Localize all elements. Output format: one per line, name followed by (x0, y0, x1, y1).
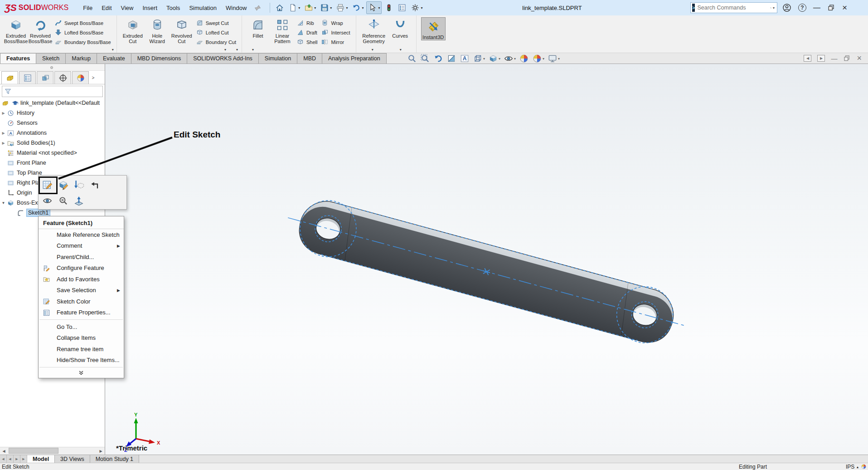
fillet-button[interactable]: Fillet (246, 16, 270, 39)
search-icon[interactable] (770, 4, 772, 12)
extruded-cut-button[interactable]: Extruded Cut (121, 16, 145, 44)
select-button[interactable]: ▾ (366, 1, 382, 14)
rebuild-button[interactable] (383, 2, 395, 14)
chevron-down-icon[interactable]: ▾ (330, 6, 332, 10)
close-icon[interactable]: × (842, 3, 847, 13)
account-icon[interactable] (782, 3, 791, 12)
propertymanager-tab[interactable] (19, 71, 36, 84)
menu-window[interactable]: Window (221, 3, 251, 13)
status-units[interactable]: IPS (846, 464, 854, 470)
expand-arrow-icon[interactable]: ▶ (0, 141, 7, 145)
options-list-button[interactable] (396, 2, 408, 14)
chevron-down-icon[interactable]: ▾ (514, 57, 516, 61)
tab-mbd-dimensions[interactable]: MBD Dimensions (131, 53, 188, 64)
tab-simulation[interactable]: Simulation (258, 53, 297, 64)
boundary-boss-base-button[interactable]: Boundary Boss/Base (53, 37, 113, 47)
restore-document-icon[interactable] (843, 54, 851, 62)
tab-evaluate[interactable]: Evaluate (97, 53, 131, 64)
wrap-button[interactable]: Wrap (319, 18, 352, 28)
tab-solidworks-add-ins[interactable]: SOLIDWORKS Add-Ins (187, 53, 259, 64)
hide-button[interactable] (41, 195, 53, 207)
rollback-button[interactable] (89, 179, 101, 191)
menu-item-feature-properties[interactable]: Feature Properties... (39, 307, 124, 318)
tree-item-history[interactable]: ▶ History (0, 108, 105, 118)
settings-button[interactable]: ▾ (409, 2, 424, 14)
chevron-down-icon[interactable]: ▾ (543, 57, 544, 61)
menu-item-collapse-items[interactable]: Collapse Items (39, 333, 124, 344)
dimxpertmanager-tab[interactable] (54, 71, 71, 84)
tree-item-material[interactable]: Material <not specified> (0, 148, 105, 158)
revolved-boss-base-button[interactable]: Revolved Boss/Base (28, 16, 53, 44)
normal-to-button[interactable] (73, 195, 85, 207)
menu-item-hide-show-tree-items[interactable]: Hide/Show Tree Items... (39, 355, 124, 366)
reference-geometry-button[interactable]: Reference Geometry (360, 16, 388, 44)
selected-tree-label[interactable]: Sketch1 (27, 209, 50, 216)
pin-menu-icon[interactable] (254, 4, 262, 12)
revolved-cut-button[interactable]: Revolved Cut (170, 16, 194, 44)
chevron-down-icon[interactable]: ▾ (483, 57, 485, 61)
menu-tools[interactable]: Tools (162, 3, 184, 13)
chevron-down-icon[interactable]: ▾ (314, 6, 316, 10)
tree-item-annotations[interactable]: ▶ Annotations (0, 128, 105, 138)
chevron-down-icon[interactable]: ▾ (400, 48, 402, 52)
dynamic-annotation-views-icon[interactable] (460, 54, 470, 64)
tree-filter-box[interactable] (2, 86, 103, 97)
edit-feature-button[interactable] (57, 179, 69, 191)
extruded-boss-base-button[interactable]: Extruded Boss/Base (4, 16, 28, 44)
tree-item-front-plane[interactable]: Front Plane (0, 158, 105, 168)
configurationmanager-tab[interactable] (37, 71, 53, 84)
menu-item-save-selection[interactable]: Save Selection▶ (39, 285, 124, 296)
search-commands-box[interactable]: > ▾ (690, 2, 777, 13)
chevron-down-icon[interactable]: ▾ (421, 6, 422, 10)
tree-filter-input[interactable] (14, 88, 101, 95)
lofted-cut-button[interactable]: Lofted Cut (194, 28, 238, 37)
print-button[interactable]: ▾ (335, 2, 349, 14)
instant3d-button[interactable]: Instant3D (421, 17, 446, 40)
search-input[interactable] (697, 5, 770, 11)
draft-button[interactable]: Draft (295, 28, 319, 37)
tab-scroll-left-icon[interactable]: ◀ (7, 455, 14, 463)
tab-sketch[interactable]: Sketch (36, 53, 66, 64)
mirror-button[interactable]: Mirror (319, 37, 352, 47)
minimize-icon[interactable]: — (813, 4, 820, 12)
help-icon[interactable]: ? (798, 4, 806, 12)
menu-edit[interactable]: Edit (97, 3, 116, 13)
chevron-down-icon[interactable]: ▾ (236, 48, 238, 52)
chevron-down-icon[interactable]: ▾ (362, 6, 364, 10)
tree-root-item[interactable]: link_template (Default<<Default (0, 98, 105, 108)
rib-button[interactable]: Rib (295, 18, 319, 28)
menu-simulation[interactable]: Simulation (184, 3, 221, 13)
menu-item-add-to-favorites[interactable]: Add to Favorites (39, 274, 124, 285)
chevron-down-icon[interactable]: ▾ (112, 48, 114, 52)
menu-expand-chevron-icon[interactable] (39, 369, 124, 377)
collapse-arrow-icon[interactable]: ▼ (0, 201, 7, 205)
collapse-pane-right-icon[interactable]: ▶ (817, 55, 825, 62)
save-button[interactable]: ▾ (319, 2, 333, 14)
tree-item-sensors[interactable]: Sensors (0, 118, 105, 128)
view-settings-icon[interactable]: ▾ (548, 54, 560, 64)
tab-features[interactable]: Features (0, 53, 36, 64)
chevron-down-icon[interactable]: ▾ (773, 6, 775, 10)
chevron-down-icon[interactable]: ▾ (558, 57, 560, 61)
menu-item-make-reference-sketch[interactable]: Make Reference Sketch (39, 229, 124, 240)
scrollbar-thumb[interactable] (9, 448, 58, 454)
tab-scroll-last-icon[interactable]: ▶ (20, 455, 27, 463)
zoom-to-selection-button[interactable] (57, 195, 69, 207)
scroll-left-icon[interactable]: ◀ (0, 447, 8, 455)
zoom-to-area-icon[interactable] (420, 54, 430, 64)
splitter-handle-icon[interactable] (50, 66, 53, 69)
apply-scene-icon[interactable]: ▾ (532, 54, 544, 64)
home-button[interactable] (274, 2, 286, 14)
view-orientation-icon[interactable]: ▾ (473, 54, 485, 64)
zoom-to-fit-icon[interactable] (407, 54, 417, 64)
previous-view-icon[interactable] (433, 54, 443, 64)
linear-pattern-button[interactable]: Linear Pattern (270, 16, 295, 44)
tab-motion-study-1[interactable]: Motion Study 1 (90, 455, 139, 463)
chevron-down-icon[interactable]: ▾ (372, 48, 373, 52)
expand-arrow-icon[interactable]: ▶ (0, 131, 7, 135)
menu-item-go-to[interactable]: Go To... (39, 321, 124, 333)
edit-sketch-button[interactable] (41, 179, 53, 191)
menu-item-configure-feature[interactable]: Configure Feature (39, 263, 124, 274)
curves-button[interactable]: Curves (388, 16, 412, 39)
chevron-down-icon[interactable]: ▾ (298, 6, 300, 10)
